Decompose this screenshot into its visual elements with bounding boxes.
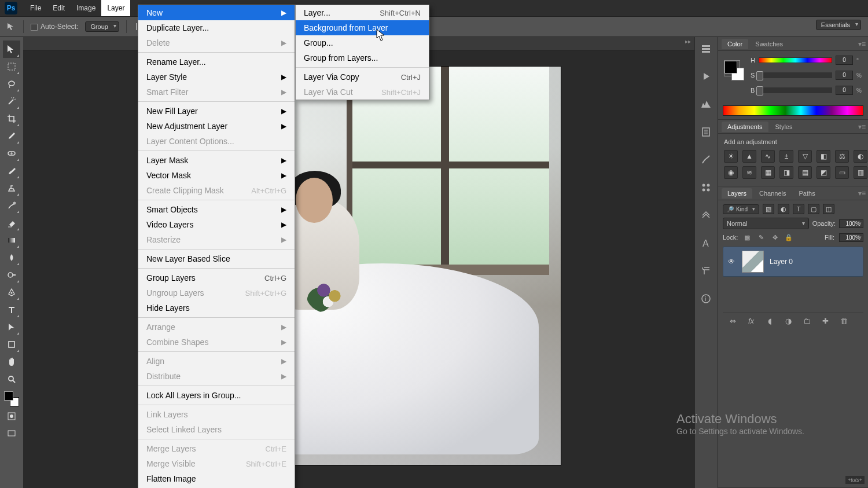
menu-video-layers[interactable]: Video Layers▶ (138, 217, 295, 232)
new-layer-icon[interactable]: ✚ (820, 315, 830, 326)
hue-sat-icon[interactable]: ◧ (816, 150, 830, 163)
menu-distribute[interactable]: Distribute▶ (138, 369, 295, 384)
type-tool[interactable] (3, 301, 20, 318)
visibility-toggle-icon[interactable]: 👁 (727, 258, 736, 266)
filter-smart-icon[interactable]: ◫ (823, 204, 834, 214)
channel-mixer-icon[interactable]: ≋ (742, 166, 756, 179)
collapse-panels-icon[interactable]: ▸▸ (685, 38, 691, 45)
screen-mode-toggle[interactable] (3, 425, 20, 442)
menu-layer[interactable]: Layer (101, 0, 130, 16)
menu-link-layers[interactable]: Link Layers (138, 407, 295, 422)
menu-vector-mask[interactable]: Vector Mask▶ (138, 168, 295, 183)
menu-select-linked-layers[interactable]: Select Linked Layers (138, 422, 295, 437)
histogram-panel-icon[interactable] (700, 98, 713, 111)
menu-hide-layers[interactable]: Hide Layers (138, 300, 295, 315)
fill-value[interactable]: 100% (839, 233, 863, 242)
menu-align[interactable]: Align▶ (138, 354, 295, 369)
fg-bg-swatch[interactable] (724, 60, 740, 76)
path-selection-tool[interactable] (3, 318, 20, 336)
brush-panel-icon[interactable] (700, 154, 713, 167)
gradient-tool[interactable] (3, 232, 20, 249)
layer-row-layer0[interactable]: 👁 Layer 0 (723, 247, 863, 277)
hue-slider[interactable] (759, 57, 832, 63)
tab-swatches[interactable]: Swatches (749, 39, 789, 49)
selective-color-icon[interactable]: ▥ (854, 166, 867, 179)
magic-wand-tool[interactable] (3, 93, 20, 110)
panel-menu-icon[interactable]: ▾≡ (858, 40, 866, 48)
sat-slider[interactable] (758, 72, 832, 78)
menu-rasterize[interactable]: Rasterize▶ (138, 232, 295, 247)
blur-tool[interactable] (3, 249, 20, 266)
submenu-group[interactable]: Group... (296, 35, 429, 50)
menu-image[interactable]: Image (71, 0, 101, 16)
properties-panel-icon[interactable] (700, 126, 713, 139)
submenu-group-from-layers[interactable]: Group from Layers... (296, 50, 429, 65)
paragraph-panel-icon[interactable] (700, 265, 713, 278)
menu-smart-filter[interactable]: Smart Filter▶ (138, 85, 295, 100)
submenu-layer-via-copy[interactable]: Layer Via CopyCtrl+J (296, 69, 429, 85)
filter-adjust-icon[interactable]: ◐ (778, 204, 789, 214)
filter-shape-icon[interactable]: ▢ (808, 204, 819, 214)
link-layers-icon[interactable]: ⇔ (727, 315, 738, 326)
lock-transparent-icon[interactable]: ▩ (742, 233, 752, 242)
move-tool[interactable] (3, 41, 20, 58)
menu-arrange[interactable]: Arrange▶ (138, 320, 295, 335)
menu-new-fill-layer[interactable]: New Fill Layer▶ (138, 104, 295, 119)
submenu-background-from-layer[interactable]: Background from Layer (296, 20, 429, 35)
menu-new-adjustment-layer[interactable]: New Adjustment Layer▶ (138, 119, 295, 134)
h-value[interactable]: 0 (836, 56, 853, 65)
s-value[interactable]: 0 (836, 71, 853, 80)
dodge-tool[interactable] (3, 266, 20, 284)
lock-position-icon[interactable]: ✥ (770, 233, 779, 242)
gradient-map-icon[interactable]: ▭ (835, 166, 849, 179)
auto-select-mode-dropdown[interactable]: Group (85, 21, 119, 32)
clone-stamp-tool[interactable] (3, 179, 20, 197)
layer-filter-kind-dropdown[interactable]: 🔎 Kind (723, 204, 759, 214)
opacity-value[interactable]: 100% (839, 219, 863, 228)
menu-new-layer-based-slice[interactable]: New Layer Based Slice (138, 251, 295, 266)
b-value[interactable]: 0 (836, 86, 853, 95)
healing-brush-tool[interactable] (3, 145, 20, 162)
panel-menu-icon[interactable]: ▾≡ (858, 123, 866, 131)
photo-filter-icon[interactable]: ◉ (724, 166, 738, 179)
levels-icon[interactable]: ▲ (742, 150, 756, 163)
brush-tool[interactable] (3, 162, 20, 179)
marquee-tool[interactable] (3, 58, 20, 75)
auto-select-checkbox[interactable]: Auto-Select: (31, 23, 78, 31)
new-group-icon[interactable]: 🗀 (801, 315, 812, 326)
bw-icon[interactable]: ◐ (854, 150, 867, 163)
menu-delete[interactable]: Delete▶ (138, 35, 295, 50)
tab-color[interactable]: Color (722, 39, 748, 49)
color-balance-icon[interactable]: ⚖ (835, 150, 849, 163)
character-panel-icon[interactable]: A (700, 237, 713, 250)
menu-layer-style[interactable]: Layer Style▶ (138, 69, 295, 85)
menu-layer-mask[interactable]: Layer Mask▶ (138, 153, 295, 168)
brightness-contrast-icon[interactable]: ☀ (724, 150, 738, 163)
panel-menu-icon[interactable]: ▾≡ (858, 189, 866, 197)
clone-source-panel-icon[interactable] (700, 210, 713, 222)
menu-group-layers[interactable]: Group LayersCtrl+G (138, 270, 295, 285)
tab-layers[interactable]: Layers (722, 188, 752, 199)
quick-mask-toggle[interactable] (3, 408, 20, 425)
menu-new[interactable]: New▶ (138, 5, 295, 20)
menu-merge-visible[interactable]: Merge VisibleShift+Ctrl+E (138, 456, 295, 471)
delete-layer-icon[interactable]: 🗑 (838, 315, 849, 326)
invert-icon[interactable]: ◨ (779, 166, 793, 179)
info-panel-icon[interactable]: i (700, 293, 713, 306)
submenu-layer[interactable]: Layer...Shift+Ctrl+N (296, 5, 429, 20)
vibrance-icon[interactable]: ▽ (798, 150, 812, 163)
layer-fx-icon[interactable]: fx (746, 315, 756, 326)
tab-styles[interactable]: Styles (770, 122, 799, 132)
filter-type-icon[interactable]: T (793, 204, 804, 214)
menu-layer-content-options[interactable]: Layer Content Options... (138, 134, 295, 149)
zoom-tool[interactable] (3, 370, 20, 388)
new-fill-adjust-icon[interactable]: ◑ (783, 315, 793, 326)
shape-tool[interactable] (3, 336, 20, 353)
menu-flatten-image[interactable]: Flatten Image (138, 471, 295, 486)
threshold-icon[interactable]: ◩ (816, 166, 830, 179)
color-spectrum[interactable] (723, 105, 863, 116)
lock-pixels-icon[interactable]: ✎ (756, 233, 766, 242)
eraser-tool[interactable] (3, 214, 20, 232)
menu-merge-layers[interactable]: Merge LayersCtrl+E (138, 441, 295, 456)
tab-channels[interactable]: Channels (753, 188, 792, 199)
